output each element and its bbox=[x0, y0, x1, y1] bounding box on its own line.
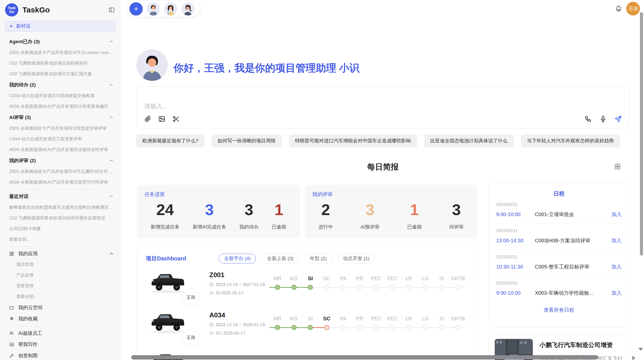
section-label: AI评审 (3) bbox=[9, 114, 31, 121]
milestone-dot bbox=[319, 284, 335, 290]
suggestion-chip[interactable]: 特朗普可能对进口汽车增税会对中国车企造成哪些影响 bbox=[289, 134, 417, 147]
milestone-dot bbox=[417, 324, 434, 331]
sidebar-item-project-mgmt[interactable]: 项目管理 bbox=[0, 259, 120, 270]
join-link[interactable]: 加入 bbox=[611, 263, 622, 270]
section-label: 我的评审 (2) bbox=[9, 157, 36, 164]
list-item[interactable]: Z001-全新燃油轻卡产品开发项目SI节点属性5D文件评审 bbox=[0, 166, 120, 177]
agent-avatar-3[interactable] bbox=[181, 2, 195, 16]
list-item[interactable]: C02-飞腾新能源轻客改款项目立项汇报方案 bbox=[0, 69, 120, 79]
project-dates: 2023-12-19 ~ 2026-01-19 bbox=[216, 322, 265, 327]
schedule-row: 2025/03/11 10:30-11:30 C005-整车工程目标评审 加入 bbox=[496, 250, 622, 276]
divider bbox=[0, 246, 120, 247]
suggestion-chip[interactable]: 当下年轻人对汽车外观有怎样的喜好趋势 bbox=[521, 134, 620, 147]
user-avatar[interactable]: 王强 bbox=[626, 2, 640, 16]
milestone-track: MR KO SI SC PA PR PEC FEC LR LS J1 OKTB bbox=[269, 315, 466, 331]
sidebar-item-creative-draw[interactable]: 创意制图 bbox=[0, 350, 120, 360]
new-chat-button[interactable]: + 新对话 bbox=[5, 21, 115, 32]
bell-icon[interactable] bbox=[615, 5, 622, 12]
attachment-icon[interactable] bbox=[144, 115, 151, 123]
horizontal-scrollbar[interactable] bbox=[131, 355, 598, 359]
suggestion-chip[interactable]: 欧洲新规最近颁布了什么? bbox=[136, 134, 204, 147]
agent-avatar-2[interactable] bbox=[164, 2, 177, 16]
phone-call-icon[interactable] bbox=[584, 115, 592, 123]
my-review-title: 我的评审 bbox=[312, 191, 470, 198]
tab-new-platform[interactable]: 全新平台 (4) bbox=[219, 254, 256, 263]
join-link[interactable]: 加入 bbox=[611, 290, 622, 296]
dashboard-tabs: 全新平台 (4) 全新上装 (3) 年型 (2) 动总开发 (1) bbox=[219, 254, 375, 263]
scroll-down-arrow-icon[interactable] bbox=[638, 348, 643, 351]
milestone-dot bbox=[401, 324, 417, 331]
flag-icon bbox=[209, 331, 213, 335]
milestone-dot bbox=[368, 324, 384, 331]
list-item[interactable]: A034-全新新能源MUV产品开发项目法规符合性评审 bbox=[0, 144, 120, 155]
chevron-up-icon bbox=[109, 82, 114, 87]
project-row[interactable]: 王强 A034 2023-12-19 ~ 2026-01-19 SC-2025-… bbox=[137, 307, 477, 347]
join-link[interactable]: 加入 bbox=[611, 211, 622, 218]
project-row[interactable]: 王强 Z001 2023-12-19 ~ 2027-01-19 SI-2025-… bbox=[137, 267, 477, 307]
chevron-up-icon bbox=[109, 251, 114, 256]
list-item[interactable]: A034-全新新能源MUV产品开发项目造型可行性评审 bbox=[0, 177, 120, 188]
sidebar-item-product-mgmt[interactable]: 产品管理 bbox=[0, 270, 120, 281]
list-item[interactable]: 解释最新出台的欧盟报废车法规再生塑料比例被调至15%... bbox=[0, 202, 120, 213]
chevron-up-icon bbox=[109, 194, 114, 199]
message-input[interactable] bbox=[144, 102, 623, 115]
section-label: 我的待办 (2) bbox=[9, 82, 36, 88]
list-item[interactable]: C0X4-动力总成开发项目工程变更评审 bbox=[0, 134, 120, 144]
sidebar-item-favorites[interactable]: 我的收藏 bbox=[0, 313, 120, 324]
list-item[interactable]: A034-全新新能源MUV产品开发项目计划变更表编写 bbox=[0, 101, 120, 112]
section-my-todo[interactable]: 我的待办 (2) bbox=[0, 79, 120, 91]
stat-review-overdue: 1 已逾期 bbox=[407, 202, 422, 230]
section-ai-review[interactable]: AI评审 (3) bbox=[0, 112, 120, 123]
section-label: 最近对话 bbox=[9, 193, 28, 200]
scroll-right-arrow-icon[interactable] bbox=[632, 356, 635, 360]
agent-avatar-1[interactable] bbox=[147, 2, 160, 16]
section-agent-done[interactable]: Agent已办 (3) bbox=[0, 36, 120, 47]
tab-new-body[interactable]: 全新上装 (3) bbox=[261, 254, 299, 263]
sidebar-item-my-apps[interactable]: 我的应用 bbox=[0, 248, 120, 259]
project-flag-date: SC-2025-05-17 bbox=[216, 331, 245, 336]
current-milestone-label: SI bbox=[302, 275, 319, 282]
list-item[interactable]: C02-飞腾新能源轻客改款项目里程碑画布 bbox=[0, 58, 120, 69]
send-icon[interactable] bbox=[614, 115, 622, 123]
join-link[interactable]: 加入 bbox=[611, 237, 622, 244]
schedule-row: 2025/03/11 9:00-10:00 X003-车辆动力学性能验... 加… bbox=[496, 276, 622, 302]
view-all-apps[interactable]: 查看全部... bbox=[0, 291, 120, 302]
apps-grid-icon bbox=[9, 251, 14, 256]
milestone-dot bbox=[450, 324, 466, 331]
layout-grid-icon[interactable] bbox=[614, 163, 621, 170]
stat-new-done: 24 新增完成任务 bbox=[151, 202, 180, 230]
view-all-chats[interactable]: 查看全部... bbox=[0, 234, 120, 245]
milestone-dot bbox=[302, 324, 319, 331]
new-chat-label: 新对话 bbox=[16, 23, 31, 29]
section-recent-chats[interactable]: 最近对话 bbox=[0, 191, 120, 202]
image-icon[interactable] bbox=[158, 115, 166, 123]
list-item[interactable]: C02-飞腾新能源轻客改款项目的闭环通告反馈情况 bbox=[0, 213, 120, 223]
list-item[interactable]: C0X4-动力总成开发项目SI里程碑提交物检查 bbox=[0, 91, 120, 101]
microphone-icon[interactable] bbox=[599, 115, 607, 123]
assistant-avatar bbox=[136, 49, 168, 81]
list-item[interactable]: 公司Q3轻卡销量 bbox=[0, 223, 120, 234]
section-my-review[interactable]: 我的评审 (2) bbox=[0, 155, 120, 166]
list-item[interactable]: Z001-全新燃油皮卡产品开发项目SI节点Lesson Learn报告 bbox=[0, 47, 120, 58]
tab-model-year[interactable]: 年型 (2) bbox=[304, 254, 332, 263]
vertical-scrollbar[interactable] bbox=[640, 12, 643, 256]
app-window: Task Go TaskGo + 新对话 Agent已办 (3) Z001-全新… bbox=[0, 0, 644, 360]
tab-powertrain[interactable]: 动总开发 (1) bbox=[338, 254, 375, 263]
project-owner-badge: 王强 bbox=[182, 329, 199, 346]
view-all-schedule-link[interactable]: 查看所有日程 bbox=[496, 307, 622, 313]
suggestion-chip[interactable]: 比亚迪全固态电池计划具体说了什么 bbox=[424, 134, 514, 147]
section-label: Agent已办 (3) bbox=[9, 38, 40, 45]
sidebar-item-cloud-space[interactable]: 我的云空间 bbox=[0, 302, 120, 313]
divider bbox=[0, 326, 120, 326]
list-item[interactable]: Z001-全新燃油轻卡产品开发项目SI造型提交物评审 bbox=[0, 123, 120, 134]
sidebar-item-ai-super-staff[interactable]: AI超级员工 bbox=[0, 328, 120, 339]
sidebar-item-help-write[interactable]: 帮我写作 bbox=[0, 339, 120, 350]
scissors-icon[interactable] bbox=[172, 115, 180, 123]
sidebar-item-change-mgmt[interactable]: 变更管理 bbox=[0, 281, 120, 291]
suggestion-chip[interactable]: 如何写一份清晰的项目周报 bbox=[212, 134, 282, 147]
sidebar-collapse-icon[interactable] bbox=[108, 7, 115, 13]
milestone-dot bbox=[286, 324, 302, 331]
add-agent-button[interactable]: + bbox=[129, 2, 143, 16]
my-review-card: 我的评审 2 进行中 3 AI预评审 1 已逾期 3 待评审 bbox=[305, 185, 477, 238]
milestone-dot bbox=[384, 284, 401, 290]
